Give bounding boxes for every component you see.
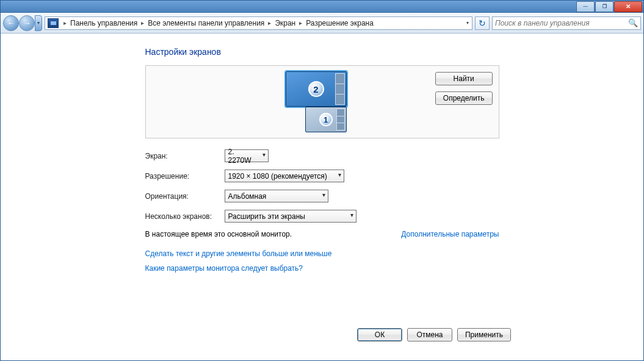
breadcrumb-sep: ▸ [139,20,147,26]
breadcrumb[interactable]: Экран [273,18,297,29]
close-button[interactable]: ✕ [614,1,642,12]
orientation-dropdown[interactable]: Альбомная [225,190,328,202]
search-input[interactable] [495,19,638,27]
center-column: Настройки экранов 2 1 Найти Определить [145,47,499,279]
window-frame: ─ ❐ ✕ ← → ▾ ▸ Панель управления ▸ Все эл… [0,0,644,361]
identify-button[interactable]: Определить [435,91,493,105]
breadcrumb[interactable]: Все элементы панели управления [147,18,266,29]
arrow-right-icon: → [23,18,31,27]
content-area: Настройки экранов 2 1 Найти Определить [1,35,643,360]
back-button[interactable]: ← [3,15,19,31]
breadcrumb[interactable]: Разрешение экрана [305,18,375,29]
minimize-button[interactable]: ─ [576,1,595,12]
ok-button[interactable]: ОК [357,328,402,341]
refresh-button[interactable]: ↻ [475,16,490,30]
screen-label: Экран: [145,152,225,160]
address-bar[interactable]: ▸ Панель управления ▸ Все элементы панел… [45,16,472,30]
find-button[interactable]: Найти [435,72,493,85]
orientation-label: Ориентация: [145,192,225,201]
status-row: В настоящее время это основной монитор. … [145,230,499,238]
forward-button[interactable]: → [19,15,35,31]
orientation-value: Альбомная [228,192,267,201]
screen-dropdown[interactable]: 2. 2270W [225,149,269,162]
resolution-value: 1920 × 1080 (рекомендуется) [228,172,327,180]
multi-dropdown[interactable]: Расширить эти экраны [225,210,356,223]
resolution-label: Разрешение: [145,172,225,180]
nav-arrows: ← → ▾ [3,15,42,31]
monitor-preview: 2 1 [255,71,389,132]
dialog-buttons: ОК Отмена Применить [1,322,643,360]
breadcrumb-sep: ▸ [266,20,273,26]
maximize-button[interactable]: ❐ [595,1,613,12]
taskbar-icon [335,73,345,105]
breadcrumb[interactable]: Панель управления [69,18,139,29]
monitor-1[interactable]: 1 [305,107,347,132]
control-panel-icon [48,18,59,28]
field-resolution: Разрешение: 1920 × 1080 (рекомендуется) [145,170,499,182]
multi-label: Несколько экранов: [145,212,225,221]
multi-value: Расширить эти экраны [228,212,305,221]
resolution-dropdown[interactable]: 1920 × 1080 (рекомендуется) [225,170,344,182]
monitor-2[interactable]: 2 [286,71,347,107]
field-orientation: Ориентация: Альбомная [145,190,499,202]
settings-fields: Экран: 2. 2270W Разрешение: 1920 × 1080 … [145,149,499,223]
display-arrangement[interactable]: 2 1 Найти Определить [145,65,499,138]
titlebar[interactable]: ─ ❐ ✕ [1,1,643,13]
display-side-buttons: Найти Определить [435,72,493,105]
screen-value: 2. 2270W [228,148,256,165]
search-box[interactable]: 🔍 [492,16,641,30]
field-screen: Экран: 2. 2270W [145,149,499,162]
refresh-icon: ↻ [479,18,486,28]
window-buttons: ─ ❐ ✕ [576,1,642,12]
monitor-number: 2 [308,81,324,97]
monitor-number: 1 [319,113,333,126]
taskbar-icon [336,109,345,130]
page-title: Настройки экранов [145,47,499,57]
which-settings-link[interactable]: Какие параметры монитора следует выбрать… [145,264,499,273]
cancel-button[interactable]: Отмена [407,328,452,341]
history-dropdown[interactable]: ▾ [35,15,42,31]
field-multi: Несколько экранов: Расширить эти экраны [145,210,499,223]
search-icon[interactable]: 🔍 [628,18,638,27]
help-links: Сделать текст и другие элементы больше и… [145,249,499,273]
arrow-left-icon: ← [7,18,15,27]
apply-button[interactable]: Применить [457,328,511,341]
navigation-bar: ← → ▾ ▸ Панель управления ▸ Все элементы… [1,13,643,34]
advanced-settings-link[interactable]: Дополнительные параметры [401,230,499,238]
breadcrumb-sep: ▸ [61,20,69,26]
primary-monitor-note: В настоящее время это основной монитор. [145,230,292,238]
text-size-link[interactable]: Сделать текст и другие элементы больше и… [145,249,499,258]
breadcrumb-sep: ▸ [297,20,305,26]
address-dropdown[interactable]: ▾ [462,17,472,29]
address-tail: ▾ [462,17,472,29]
